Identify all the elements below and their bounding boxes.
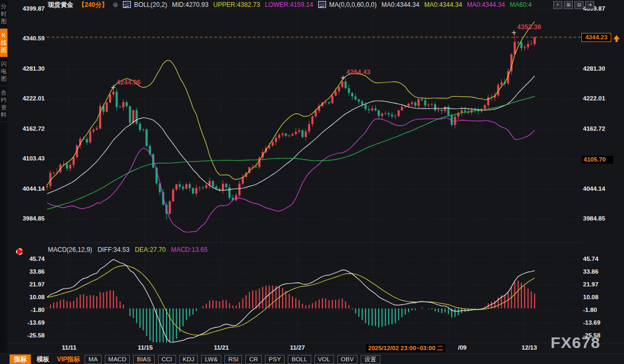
- macd-tick-r-0: 45.74: [583, 256, 620, 262]
- svg-text:4353.36: 4353.36: [517, 23, 541, 31]
- macd-tick-l-1: 33.86: [15, 268, 45, 275]
- price-tick-l-7: 3984.85: [15, 215, 45, 222]
- date-label-3: 11/21: [214, 344, 229, 351]
- macd-dea-value: DEA:27.70: [135, 246, 165, 253]
- boll-mid-value: MID:4270.93: [172, 1, 209, 9]
- macd-tick-l-3: 10.08: [15, 294, 45, 300]
- sidebar-tab-4[interactable]: 合约资料: [0, 86, 7, 122]
- sidebar-tab-1[interactable]: 分时图: [0, 0, 7, 29]
- toolbar-item-CCI[interactable]: CCI: [158, 355, 176, 364]
- macd-tick-r-2: 21.97: [583, 281, 620, 287]
- ma-indicator-icon-line: [319, 4, 324, 7]
- zoom-frame-icon[interactable]: ⊞: [564, 1, 573, 9]
- macd-header: MACD(26,12,9)DIFF:34.53DEA:27.70MACD:13.…: [48, 246, 213, 253]
- toolbar-item-MA[interactable]: MA: [85, 355, 101, 364]
- ma0-value-2: MA0:4344.34: [424, 1, 462, 9]
- date-label-6: 12/13: [522, 344, 537, 351]
- ma0-value-1: MA0:4344.34: [381, 1, 419, 9]
- date-label-5: /09: [458, 344, 467, 351]
- toolbar-item-VIP指标[interactable]: VIP指标: [55, 354, 81, 364]
- toolbar-item-CR[interactable]: CR: [245, 355, 262, 364]
- timeframe-label: 【240分】: [78, 1, 108, 9]
- macd-hist-value: MACD:13.65: [171, 246, 207, 253]
- boll-indicator-icon-line: [124, 4, 129, 7]
- price-tick-r-7: 3984.85: [583, 215, 620, 222]
- toolbar-item-VOL[interactable]: VOL: [314, 355, 334, 364]
- price-tick-l-6: 4044.14: [15, 185, 45, 192]
- toolbar-item-模板[interactable]: 模板: [34, 354, 52, 364]
- hover-date-tooltip: 2025/12/02 23:00~03:00 二: [366, 344, 445, 352]
- scroll-to-latest-icon[interactable]: [613, 32, 620, 39]
- reference-price-label: 4105.70: [582, 156, 613, 164]
- toolbar-item-KDJ[interactable]: KDJ: [179, 355, 198, 364]
- toolbar-item-BOLL[interactable]: BOLL: [288, 355, 311, 364]
- live-indicator-icon: [16, 248, 23, 255]
- kline-chart[interactable]: 4244.964264.434353.36: [0, 0, 624, 364]
- price-tick-r-6: 4044.14: [583, 185, 620, 192]
- ma-indicator-icon: [318, 1, 326, 8]
- macd-tick-r-5: -13.69: [583, 319, 620, 326]
- chart-header: 现货黄金【240分】⊕BOLL(20,2)MID:4270.93UPPER:43…: [48, 1, 537, 9]
- date-label-2: 11/15: [138, 344, 153, 351]
- add-overlay-icon[interactable]: ⊕: [113, 1, 118, 9]
- price-tick-r-2: 4281.30: [583, 65, 620, 72]
- price-tick-l-3: 4222.01: [15, 95, 45, 101]
- toolbar-item-RSI[interactable]: RSI: [224, 355, 242, 364]
- ma-params: MA(0,0,0,60,0,0): [329, 1, 377, 9]
- svg-text:4264.43: 4264.43: [346, 69, 370, 76]
- last-price-label: 4344.23: [581, 33, 611, 42]
- macd-diff-value: DIFF:34.53: [97, 246, 129, 253]
- price-tick-l-2: 4281.30: [15, 65, 45, 72]
- macd-params: MACD(26,12,9): [48, 246, 92, 253]
- date-label-4: 11/27: [290, 344, 305, 351]
- sidebar-tab-2[interactable]: K线图: [0, 29, 7, 57]
- window-buttons: +⊞⊟⇥: [553, 1, 594, 9]
- svg-text:4244.96: 4244.96: [117, 79, 140, 86]
- toolbar-item-PSY[interactable]: PSY: [265, 355, 285, 364]
- ma60-value: MA60:4: [510, 1, 531, 9]
- price-tick-l-1: 4340.59: [15, 35, 45, 41]
- date-label-1: 11/11: [62, 344, 77, 351]
- macd-tick-l-5: -13.69: [15, 319, 45, 326]
- scale-frame-icon[interactable]: ⊟: [575, 1, 584, 9]
- collapse-panel-icon[interactable]: ⇥: [585, 1, 594, 9]
- toolbar-item-OBV[interactable]: OBV: [337, 355, 357, 364]
- price-tick-l-0: 4399.87: [15, 5, 45, 12]
- boll-lower-value: LOWER:4159.14: [265, 1, 313, 9]
- sidebar: 分时图K线图闪电图合约资料: [0, 0, 7, 364]
- macd-tick-r-1: 33.86: [583, 268, 620, 275]
- macd-tick-l-6: -25.58: [15, 332, 45, 338]
- macd-tick-l-0: 45.74: [15, 256, 45, 262]
- macd-tick-r-4: -1.80: [583, 307, 620, 313]
- sidebar-tab-3[interactable]: 闪电图: [0, 57, 7, 86]
- boll-params: BOLL(20,2): [134, 1, 167, 9]
- toolbar-item-MACD[interactable]: MACD: [105, 355, 130, 364]
- price-tick-l-5: 4103.43: [15, 155, 45, 162]
- price-tick-l-4: 4162.72: [15, 125, 45, 132]
- price-tick-r-4: 4162.72: [583, 125, 620, 132]
- indicator-toolbar: 指标模板VIP指标MAMACDBIASCCIKDJLW&RSICRPSYBOLL…: [0, 353, 624, 364]
- symbol-name: 现货黄金: [48, 1, 73, 9]
- trading-app: 4244.964264.434353.36 分时图K线图闪电图合约资料 现货黄金…: [0, 0, 624, 364]
- boll-upper-value: UPPER:4382.73: [213, 1, 260, 9]
- macd-tick-r-3: 10.08: [583, 294, 620, 300]
- toolbar-item-BIAS[interactable]: BIAS: [133, 355, 154, 364]
- price-tick-r-3: 4222.01: [583, 95, 620, 101]
- toolbar-item-设置[interactable]: 设置: [361, 355, 380, 364]
- layout-grid-icon[interactable]: +: [553, 1, 562, 9]
- watermark: FX678: [551, 334, 600, 352]
- macd-tick-l-4: -1.80: [15, 307, 45, 313]
- macd-tick-l-2: 21.97: [15, 281, 45, 287]
- ma0-value-3: MA0:4344.34: [467, 1, 505, 9]
- boll-indicator-icon: [123, 1, 131, 8]
- toolbar-item-指标[interactable]: 指标: [10, 354, 31, 364]
- date-axis: 240分 ▲ 2025/12/02 23:00~03:00 二 11/1111/…: [0, 343, 624, 353]
- toolbar-item-LW&[interactable]: LW&: [201, 355, 221, 364]
